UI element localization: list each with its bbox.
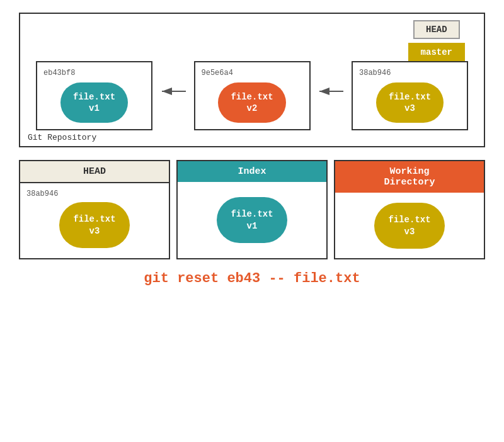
commit-hash-2: 9e5e6a4 xyxy=(202,69,233,77)
bottom-box-index: Index file.txtv1 xyxy=(176,160,328,259)
bottom-section: HEAD 38ab946 file.txtv3 Index file.txtv1… xyxy=(19,160,485,290)
head-blob: file.txtv3 xyxy=(59,202,129,247)
index-blob: file.txtv1 xyxy=(217,197,287,242)
working-dir-content: file.txtv3 xyxy=(335,199,484,258)
index-header: Index xyxy=(178,161,326,182)
master-label: master xyxy=(408,43,465,62)
head-label: HEAD xyxy=(413,20,460,39)
blob-3: file.txtv3 xyxy=(376,82,444,123)
head-content: 38ab946 file.txtv3 xyxy=(20,190,169,257)
commit-box-3: 38ab946 file.txtv3 xyxy=(352,61,468,130)
commits-row: eb43bf8 file.txtv1 9e5e6a4 file.txtv2 xyxy=(30,61,474,130)
commit-hash-3: 38ab946 xyxy=(359,69,391,77)
working-dir-blob: file.txtv3 xyxy=(374,203,444,248)
commit-box-2: 9e5e6a4 file.txtv2 xyxy=(194,61,311,130)
head-header: HEAD xyxy=(20,161,169,183)
git-repo-label: Git Repository xyxy=(28,133,96,142)
bottom-box-working-dir: Working Directory file.txtv3 xyxy=(334,160,485,259)
commit-box-1: eb43bf8 file.txtv1 xyxy=(36,61,152,130)
arrow-left-2 xyxy=(317,85,345,101)
blob-1: file.txtv1 xyxy=(60,82,128,123)
arrow-left-1 xyxy=(159,85,187,101)
bottom-boxes-row: HEAD 38ab946 file.txtv3 Index file.txtv1… xyxy=(19,160,485,259)
blob-2: file.txtv2 xyxy=(218,82,285,123)
command-line: git reset eb43 -- file.txt xyxy=(19,268,485,290)
working-dir-header: Working Directory xyxy=(335,161,484,193)
commit-hash-1: eb43bf8 xyxy=(43,69,75,77)
index-content: file.txtv1 xyxy=(178,188,326,252)
head-sub-hash: 38ab946 xyxy=(26,190,58,198)
git-repo-box: HEAD master eb43bf8 file.txtv1 xyxy=(19,13,485,147)
bottom-box-head: HEAD 38ab946 file.txtv3 xyxy=(19,160,170,259)
